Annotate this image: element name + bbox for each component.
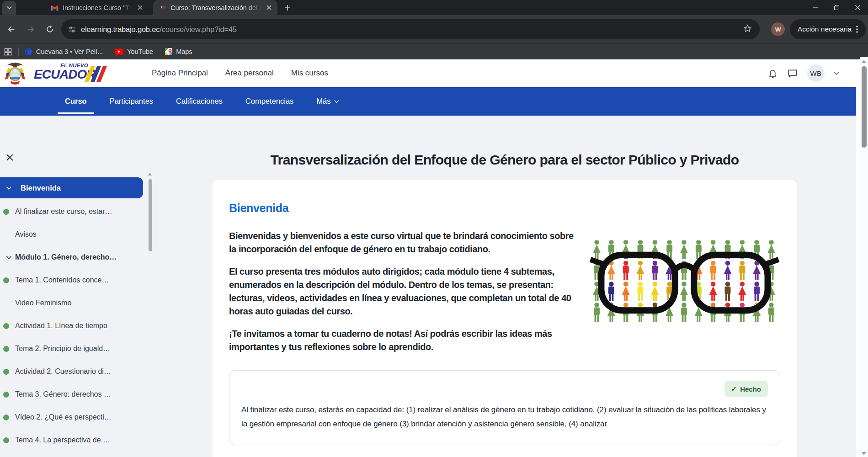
index-item[interactable]: Tema 4. La perspectiva de …: [0, 429, 145, 452]
action-needed-button[interactable]: Acción necesaria: [790, 19, 866, 39]
done-status-button[interactable]: ✓ Hecho: [724, 381, 768, 397]
forward-arrow-icon: [26, 24, 36, 34]
index-item[interactable]: VIdeo 2. ¿Qué es perspecti…: [0, 406, 145, 429]
messages-chat-icon[interactable]: [787, 68, 798, 79]
course-tab-competencias[interactable]: Competencias: [245, 87, 294, 116]
course-index-list: Bienvenida Al finalizar este curso, esta…: [0, 177, 145, 452]
activity-description: Al finalizar este curso, estarás en capa…: [241, 403, 768, 431]
bookmark-star-button[interactable]: [743, 24, 752, 35]
section-heading: Bienvenida: [229, 202, 780, 215]
index-item-label: Tema 3. Género: derechos …: [15, 390, 111, 399]
index-item[interactable]: Al finalizar este curso, estar…: [0, 200, 145, 223]
index-item-label: Tema 4. La perspectiva de …: [15, 436, 110, 444]
tab-bar: Instrucciones Curso "Transversal Curso: …: [0, 0, 868, 15]
index-section-bienvenida[interactable]: Bienvenida: [0, 177, 143, 198]
kebab-menu-icon[interactable]: [856, 26, 858, 33]
cuevana-icon: [25, 48, 32, 56]
course-nav: Curso Participantes Calificaciones Compe…: [0, 87, 856, 116]
close-icon: [138, 5, 143, 10]
completion-dot-icon: [3, 392, 9, 398]
check-icon: ✓: [731, 385, 737, 393]
page-scrollbar[interactable]: [860, 57, 868, 457]
tab-title: Curso: Transversalización del En: [170, 4, 262, 11]
window-controls: [805, 0, 868, 15]
tab-course[interactable]: Curso: Transversalización del En: [153, 0, 277, 15]
scroll-up-arrow[interactable]: [148, 173, 152, 175]
scroll-down-arrow[interactable]: [862, 452, 866, 455]
page-scrollbar-thumb[interactable]: [862, 66, 867, 148]
drawer-scrollbar[interactable]: [148, 173, 153, 374]
youtube-icon: [115, 48, 123, 55]
completion-dot-icon: [3, 209, 9, 215]
index-item[interactable]: Tema 2. Principio de iguald…: [0, 337, 145, 360]
close-icon: [855, 5, 861, 11]
bookmarks-bar: Cuevana 3 • Ver Pelí... YouTube Maps: [0, 43, 868, 59]
user-avatar[interactable]: WB: [807, 64, 825, 82]
nav-pagina-principal[interactable]: Página Principal: [152, 69, 208, 78]
course-tab-curso[interactable]: Curso: [64, 87, 88, 116]
tab-close-button[interactable]: [136, 4, 144, 12]
forward-button[interactable]: [23, 21, 38, 37]
close-icon: [266, 5, 272, 10]
course-tab-mas-label: Más: [316, 97, 330, 106]
index-item-label: Bienvenida: [21, 184, 61, 192]
bookmark-youtube[interactable]: YouTube: [115, 48, 153, 55]
completion-dot-icon: [3, 346, 9, 352]
welcome-paragraph: ¡Te invitamos a tomar tu cuaderno de not…: [229, 327, 780, 354]
tab-close-button[interactable]: [265, 4, 273, 12]
course-tab-calificaciones[interactable]: Calificaciones: [175, 87, 224, 116]
completion-dot-icon: [3, 437, 9, 443]
index-item[interactable]: Tema 3. Género: derechos …: [0, 383, 145, 406]
main-content: Transversalización del Enfoque de Género…: [153, 116, 856, 457]
ecuador-coat-of-arms-logo: [4, 61, 27, 85]
index-section-modulo1[interactable]: Módulo 1. Género, derecho…: [0, 246, 145, 269]
user-menu-chevron-icon[interactable]: [834, 71, 840, 75]
index-item[interactable]: Video Feminismo: [0, 292, 145, 314]
chevron-down-icon: [6, 5, 12, 11]
course-tab-participantes[interactable]: Participantes: [109, 87, 154, 116]
index-item[interactable]: Actividad 1. Línea de tiempo: [0, 314, 145, 337]
browser-profile-avatar[interactable]: W: [771, 22, 785, 36]
index-item[interactable]: Avisos: [0, 223, 145, 246]
index-item[interactable]: Actividad 2. Cuestionario di…: [0, 360, 145, 383]
site-header: EL NUEVO ECUADOR Página Principal Área p…: [0, 59, 856, 87]
index-item[interactable]: Tema 1. Contenidos conce…: [0, 269, 145, 292]
close-window-button[interactable]: [847, 0, 868, 15]
drawer-scrollbar-thumb[interactable]: [149, 179, 152, 251]
back-button[interactable]: [4, 21, 19, 37]
index-item-label: Video Feminismo: [15, 299, 71, 307]
drawer-close-button[interactable]: [4, 151, 16, 163]
bookmark-label: Cuevana 3 • Ver Pelí...: [36, 48, 103, 55]
bookmark-label: YouTube: [127, 48, 153, 55]
tab-search-button[interactable]: [2, 1, 16, 15]
apps-grid-button[interactable]: [2, 46, 14, 58]
address-bar[interactable]: elearning.trabajo.gob.ec/course/view.php…: [61, 19, 760, 39]
bookmarks-separator: [18, 48, 19, 56]
apps-grid-icon: [4, 48, 12, 56]
notifications-bell-icon[interactable]: [767, 68, 778, 79]
bookmark-cuevana[interactable]: Cuevana 3 • Ver Pelí...: [25, 48, 103, 56]
new-tab-button[interactable]: [281, 1, 294, 14]
bookmark-maps[interactable]: Maps: [165, 48, 192, 55]
restore-button[interactable]: [826, 0, 847, 15]
logo-stripes: [88, 66, 104, 82]
minimize-button[interactable]: [805, 0, 826, 15]
browser-toolbar: elearning.trabajo.gob.ec/course/view.php…: [0, 15, 868, 43]
nav-mis-cursos[interactable]: Mis cursos: [291, 69, 328, 78]
nav-area-personal[interactable]: Área personal: [225, 69, 274, 78]
index-item-label: Tema 2. Principio de iguald…: [15, 345, 110, 353]
gmail-icon: [51, 5, 59, 11]
header-user-area: WB: [767, 59, 840, 87]
scroll-up-arrow[interactable]: [862, 60, 866, 63]
tab-title: Instrucciones Curso "Transversal: [63, 4, 133, 11]
reload-button[interactable]: [42, 21, 58, 37]
close-icon: [6, 154, 13, 161]
course-tab-mas[interactable]: Más: [315, 87, 340, 116]
back-arrow-icon: [6, 24, 16, 34]
tab-gmail[interactable]: Instrucciones Curso "Transversal: [44, 0, 149, 15]
bookmark-label: Maps: [176, 48, 192, 55]
reload-icon: [45, 25, 54, 34]
chevron-down-icon[interactable]: [3, 255, 15, 260]
welcome-text: Bienvenidas y bienvenidos a este curso v…: [229, 229, 780, 354]
chevron-down-icon[interactable]: [3, 186, 15, 190]
